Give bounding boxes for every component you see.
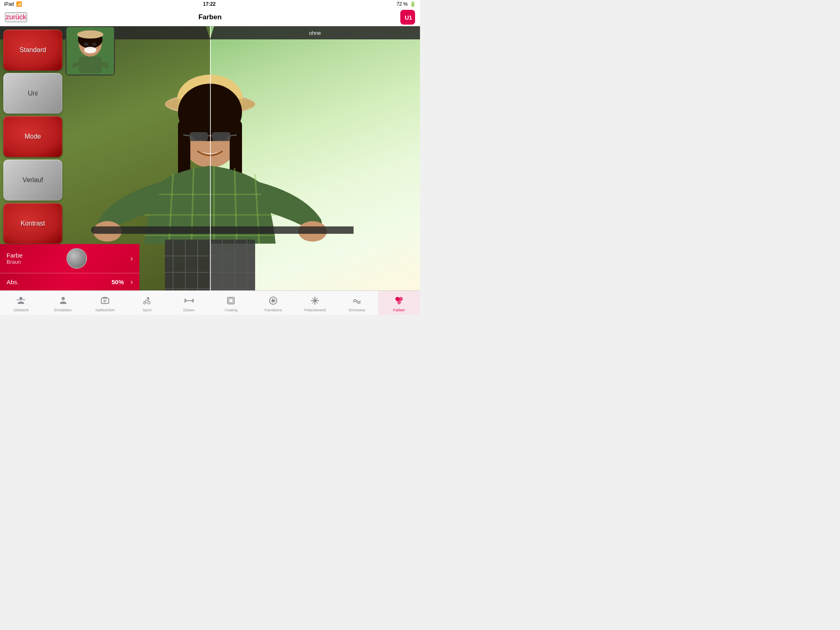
coating-label: Coating	[225, 308, 237, 312]
color-value: Braun	[7, 259, 23, 265]
svg-line-15	[231, 135, 237, 136]
dicken-icon	[184, 296, 194, 307]
einstarken-label: Einstärken	[54, 308, 72, 312]
svg-rect-12	[212, 132, 231, 141]
battery-label: 72 %	[397, 1, 408, 7]
polarisierend-icon	[310, 296, 320, 307]
dicken-label: Dicken	[183, 308, 195, 312]
tab-dicken[interactable]: Dicken	[168, 291, 210, 315]
mode-button[interactable]: Mode	[3, 116, 62, 157]
color-info: Farbe Braun	[7, 252, 23, 265]
abs-right: 50% ›	[112, 278, 133, 286]
app-logo: U1	[400, 10, 415, 25]
status-left: iPad 📶	[4, 1, 22, 7]
tab-drivewear[interactable]: Drivewear	[336, 291, 378, 315]
preview-thumbnail[interactable]	[66, 26, 115, 75]
nav-bar: zurück Farben U1	[0, 8, 420, 26]
svg-point-44	[92, 43, 97, 46]
abs-row[interactable]: Abs. 50% ›	[0, 273, 139, 290]
status-bar: iPad 📶 17:22 72 % 🔋	[0, 0, 420, 8]
coating-icon	[226, 296, 236, 307]
svg-rect-26	[91, 226, 354, 234]
main-content: mit ohne Standard	[0, 26, 420, 290]
transitions-label: Transitions	[264, 308, 282, 312]
verlauf-button[interactable]: Verlauf	[3, 160, 62, 201]
ohne-label: ohne	[210, 26, 420, 39]
drivewear-label: Drivewear	[349, 308, 365, 312]
einstarken-icon	[58, 296, 68, 307]
tab-bar: Gleitsicht Einstärken Nahkomfort	[0, 290, 420, 315]
svg-point-50	[62, 297, 65, 300]
uni-button[interactable]: Uni	[3, 73, 62, 114]
svg-point-45	[84, 47, 96, 53]
color-row[interactable]: Farbe Braun ›	[0, 244, 139, 273]
sport-label: Sport	[143, 308, 152, 312]
kontrast-button[interactable]: Kontrast	[3, 203, 62, 244]
farben-label: Farben	[393, 308, 405, 312]
abs-label: Abs.	[7, 278, 19, 285]
polarisierend-label: Polarisierend	[304, 308, 326, 312]
bottom-controls: Farbe Braun › Abs. 50% ›	[0, 244, 139, 290]
tab-nahkomfort[interactable]: Nahkomfort	[84, 291, 126, 315]
svg-rect-11	[189, 132, 208, 141]
color-circle	[66, 248, 87, 269]
abs-chevron: ›	[130, 278, 133, 286]
back-button[interactable]: zurück	[5, 12, 27, 22]
transitions-icon	[268, 296, 278, 307]
tab-farben[interactable]: ! Farben	[378, 291, 420, 315]
device-label: iPad	[4, 1, 14, 7]
wifi-icon: 📶	[16, 1, 22, 7]
abs-value: 50%	[112, 278, 124, 285]
tab-transitions[interactable]: Transitions	[252, 291, 294, 315]
color-chevron: ›	[130, 254, 133, 263]
battery-icon: 🔋	[410, 1, 416, 7]
svg-text:U1: U1	[405, 14, 412, 21]
page-title: Farben	[199, 13, 222, 21]
status-right: 72 % 🔋	[397, 1, 416, 7]
status-time: 17:22	[203, 1, 216, 7]
tab-polarisierend[interactable]: Polarisierend	[294, 291, 336, 315]
svg-point-46	[77, 30, 103, 39]
standard-button[interactable]: Standard	[3, 30, 62, 71]
svg-rect-52	[103, 297, 107, 299]
svg-line-14	[183, 135, 189, 136]
farben-icon: !	[394, 296, 404, 307]
svg-point-56	[148, 301, 150, 304]
tab-sport[interactable]: Sport	[126, 291, 168, 315]
gleitsicht-label: Gleitsicht	[14, 308, 29, 312]
svg-point-43	[84, 43, 89, 46]
nahkomfort-icon	[100, 296, 110, 307]
svg-text:!: !	[398, 301, 399, 305]
sport-icon	[142, 296, 152, 307]
tab-gleitsicht[interactable]: Gleitsicht	[0, 291, 42, 315]
svg-rect-64	[229, 299, 233, 303]
svg-point-57	[147, 297, 149, 299]
tab-coating[interactable]: Coating	[210, 291, 252, 315]
thumbnail-image	[66, 27, 114, 75]
gleitsicht-icon	[16, 296, 26, 307]
svg-point-66	[272, 299, 275, 302]
svg-point-47	[19, 297, 23, 300]
color-label: Farbe	[7, 252, 23, 259]
tab-einstarken[interactable]: Einstärken	[42, 291, 84, 315]
drivewear-icon	[352, 296, 362, 307]
nahkomfort-label: Nahkomfort	[96, 308, 115, 312]
svg-rect-51	[101, 298, 109, 304]
split-line	[210, 26, 211, 290]
